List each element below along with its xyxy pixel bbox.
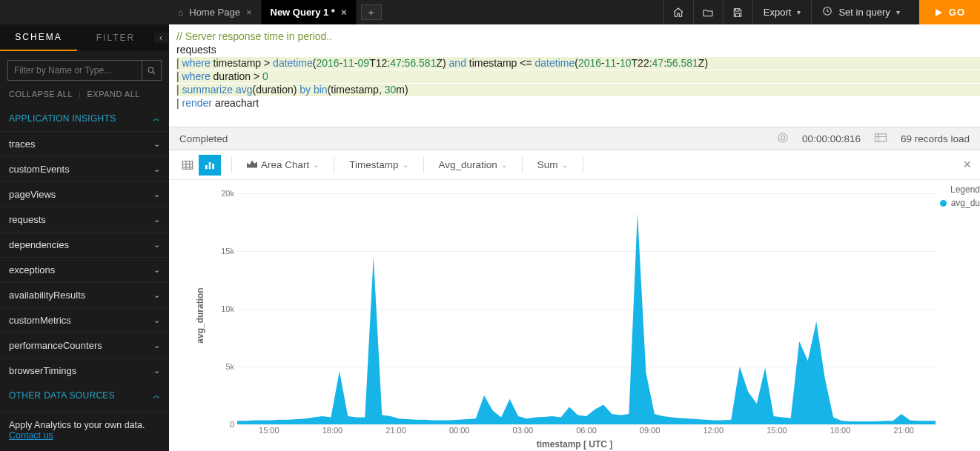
legend-header: Legend xyxy=(940,184,980,195)
collapse-all-button[interactable]: COLLAPSE ALL xyxy=(9,90,73,98)
expand-all-button[interactable]: EXPAND ALL xyxy=(87,90,139,98)
save-button[interactable] xyxy=(723,0,752,24)
tree-item-dependencies[interactable]: dependencies⌄ xyxy=(0,232,169,257)
search-icon[interactable] xyxy=(142,61,161,80)
tab-label: New Query 1 * xyxy=(271,7,335,18)
x-tick-label: 06:00 xyxy=(576,426,597,435)
group-application-insights[interactable]: APPLICATION INSIGHTS ︽ xyxy=(0,106,169,131)
export-dropdown[interactable]: Export ▾ xyxy=(752,0,812,24)
svg-rect-8 xyxy=(212,164,214,169)
close-icon[interactable]: × xyxy=(341,7,347,18)
export-label: Export xyxy=(764,7,792,18)
schema-filter[interactable] xyxy=(7,60,162,81)
footer-text: Apply Analytics to your own data. xyxy=(9,420,160,430)
tab-query[interactable]: New Query 1 * × xyxy=(262,0,357,24)
status-rows: 69 records load xyxy=(901,133,970,144)
chevron-down-icon: ▾ xyxy=(896,8,900,16)
x-column-dropdown[interactable]: Timestamp ⌄ xyxy=(345,156,412,173)
chevron-down-icon: ⌄ xyxy=(501,161,507,169)
chart-type-dropdown[interactable]: Area Chart ⌄ xyxy=(242,156,323,173)
group-label: APPLICATION INSIGHTS xyxy=(9,113,116,124)
area-chart-icon xyxy=(247,159,257,170)
tree-item-customMetrics[interactable]: customMetrics⌄ xyxy=(0,307,169,333)
tree-item-browserTimings[interactable]: browserTimings⌄ xyxy=(0,358,169,383)
chevron-down-icon: ⌄ xyxy=(153,265,160,275)
chevron-down-icon: ⌄ xyxy=(153,139,160,149)
x-tick-label: 15:00 xyxy=(767,426,787,435)
chevron-down-icon: ⌄ xyxy=(153,366,160,375)
y-tick-label: 5k xyxy=(211,362,234,371)
go-label: GO xyxy=(949,7,965,18)
clock-icon xyxy=(822,6,832,19)
y-column-dropdown[interactable]: Avg_duration ⌄ xyxy=(434,156,511,173)
query-editor[interactable]: // Server response time in period.. requ… xyxy=(169,24,980,127)
chart: avg_duration 05k10k15k20k15:0018:0021:00… xyxy=(169,180,980,451)
close-chart-button[interactable]: × xyxy=(963,157,973,173)
x-tick-label: 03:00 xyxy=(513,426,534,435)
chevron-down-icon: ⌄ xyxy=(562,161,568,169)
home-button[interactable] xyxy=(663,0,693,24)
new-tab-button[interactable]: ＋ xyxy=(361,4,382,20)
schema-filter-input[interactable] xyxy=(8,65,142,76)
tab-label: Home Page xyxy=(189,7,240,18)
y-tick-label: 10k xyxy=(211,304,234,313)
status-elapsed: 00:00:00:816 xyxy=(802,133,861,144)
area-series xyxy=(237,193,936,424)
contact-us-link[interactable]: Contact us xyxy=(9,430,53,441)
svg-rect-5 xyxy=(182,161,192,169)
set-in-query-dropdown[interactable]: Set in query ▾ xyxy=(811,0,910,24)
chevron-down-icon: ⌄ xyxy=(153,290,160,300)
chevron-down-icon: ⌄ xyxy=(153,215,160,224)
sidebar: SCHEMA FILTER ‹ COLLAPSE ALL | EXPAND AL… xyxy=(0,24,169,451)
table-view-button[interactable] xyxy=(176,155,199,176)
tree-item-requests[interactable]: requests⌄ xyxy=(0,207,169,232)
svg-rect-6 xyxy=(205,165,208,169)
x-tick-label: 21:00 xyxy=(385,426,406,435)
y-tick-label: 15k xyxy=(211,247,234,255)
x-axis-label: timestamp [ UTC ] xyxy=(537,439,613,450)
chart-toolbar: Area Chart ⌄ Timestamp ⌄ Avg_duration ⌄ … xyxy=(169,150,980,180)
sidebar-tab-schema[interactable]: SCHEMA xyxy=(0,24,77,51)
chevron-up-icon: ︽ xyxy=(153,390,160,401)
chevron-down-icon: ⌄ xyxy=(153,341,160,350)
x-tick-label: 12:00 xyxy=(703,426,724,435)
sidebar-collapse-button[interactable]: ‹ xyxy=(154,33,169,43)
x-tick-label: 18:00 xyxy=(830,426,851,435)
tree-item-customEvents[interactable]: customEvents⌄ xyxy=(0,156,169,181)
chevron-down-icon: ⌄ xyxy=(153,240,160,250)
tree-item-performanceCounters[interactable]: performanceCounters⌄ xyxy=(0,333,169,358)
aggregation-dropdown[interactable]: Sum ⌄ xyxy=(533,156,572,173)
open-button[interactable] xyxy=(693,0,723,24)
svg-rect-7 xyxy=(209,162,211,169)
chevron-down-icon: ⌄ xyxy=(153,315,160,325)
set-in-query-label: Set in query xyxy=(838,7,890,18)
group-other-data-sources[interactable]: OTHER DATA SOURCES ︽ xyxy=(0,383,169,408)
chevron-up-icon: ︽ xyxy=(153,113,160,124)
tree-item-exceptions[interactable]: exceptions⌄ xyxy=(0,257,169,282)
x-tick-label: 00:00 xyxy=(449,426,470,435)
chevron-down-icon: ⌄ xyxy=(403,161,408,169)
sidebar-tab-filter[interactable]: FILTER xyxy=(77,25,154,50)
x-tick-label: 15:00 xyxy=(259,426,279,435)
tree-item-traces[interactable]: traces⌄ xyxy=(0,131,169,156)
svg-point-2 xyxy=(778,133,787,142)
records-icon xyxy=(874,133,887,145)
tree-item-availabilityResults[interactable]: availabilityResults⌄ xyxy=(0,282,169,307)
status-state: Completed xyxy=(179,133,228,144)
chart-view-button[interactable] xyxy=(199,155,221,176)
legend-color-swatch xyxy=(940,200,947,207)
close-icon[interactable]: × xyxy=(246,7,252,18)
svg-point-1 xyxy=(148,67,153,73)
chevron-down-icon: ⌄ xyxy=(313,161,319,169)
legend-series-name: avg_du xyxy=(951,198,980,208)
x-tick-label: 21:00 xyxy=(893,426,914,435)
home-icon: ⌂ xyxy=(178,7,183,18)
sidebar-footer: Apply Analytics to your own data. Contac… xyxy=(0,412,169,451)
tab-home[interactable]: ⌂ Home Page × xyxy=(169,0,262,24)
go-button[interactable]: GO xyxy=(919,0,980,24)
status-bar: Completed 00:00:00:816 69 records load xyxy=(169,127,980,150)
group-label: OTHER DATA SOURCES xyxy=(9,390,115,401)
legend: Legend avg_du xyxy=(940,184,980,208)
x-tick-label: 09:00 xyxy=(640,426,660,435)
tree-item-pageViews[interactable]: pageViews⌄ xyxy=(0,181,169,207)
